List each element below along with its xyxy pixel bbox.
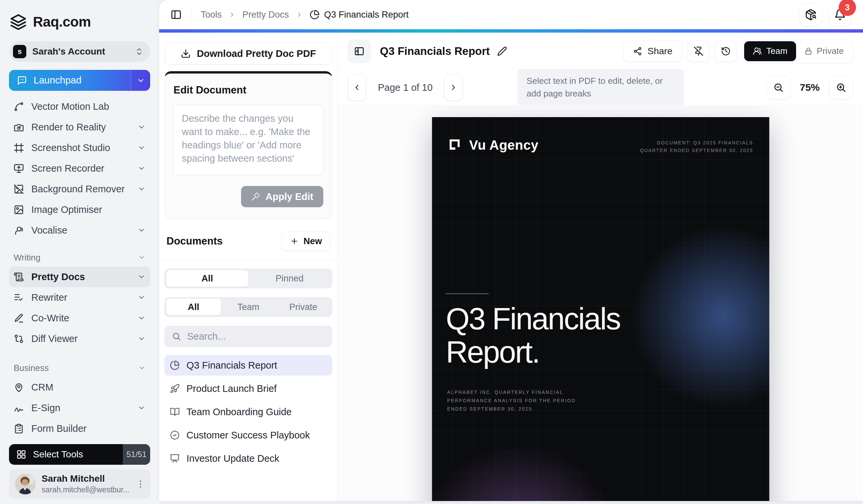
- topbar-actions: 3: [799, 3, 852, 26]
- pdf-page[interactable]: Vu Agency DOCUMENT: Q3 2025 FINANCIALS Q…: [432, 117, 769, 501]
- chevron-down-icon: [138, 144, 146, 152]
- brand: Raq.com: [9, 13, 150, 31]
- edit-document-title: Edit Document: [174, 84, 323, 96]
- pdf-subtitle-line1: ALPHABET INC. QUARTERLY FINANCIAL: [447, 388, 576, 397]
- nav-label: Diff Viewer: [31, 333, 78, 344]
- sidebar-item-image-optimiser[interactable]: Image Optimiser: [9, 199, 150, 220]
- breadcrumb-pretty-docs[interactable]: Pretty Docs: [242, 10, 289, 20]
- divider: [191, 8, 191, 21]
- sidebar-item-rewriter[interactable]: Rewriter: [9, 287, 150, 308]
- frame-icon: [14, 143, 24, 153]
- tab-all[interactable]: All: [166, 270, 248, 287]
- visibility-private-button[interactable]: Private: [796, 41, 852, 61]
- visibility-toggle: Team Private: [742, 39, 854, 63]
- tab-scope-private[interactable]: Private: [276, 299, 330, 315]
- tab-scope-team[interactable]: Team: [221, 299, 276, 315]
- list-item-investor-update-deck[interactable]: Investor Update Deck: [164, 448, 332, 469]
- unpin-button[interactable]: [688, 40, 710, 62]
- list-checks-icon: [14, 293, 24, 303]
- account-switcher[interactable]: s Sarah's Account: [9, 41, 150, 62]
- more-vertical-icon[interactable]: [136, 479, 146, 489]
- user-card[interactable]: Sarah Mitchell sarah.mitchell@westbur...: [9, 469, 150, 499]
- sidebar-item-render-to-reality[interactable]: Render to Reality: [9, 117, 150, 138]
- pencil-icon[interactable]: [497, 46, 507, 56]
- share-button[interactable]: Share: [623, 40, 682, 62]
- tab-pinned[interactable]: Pinned: [248, 270, 330, 287]
- new-label: New: [303, 236, 322, 246]
- select-tools-main[interactable]: Select Tools: [9, 444, 123, 465]
- launchpad-label: Launchpad: [34, 75, 82, 86]
- camera-rotate-icon: [14, 122, 24, 132]
- visibility-team-button[interactable]: Team: [744, 41, 797, 61]
- zoom-out-button[interactable]: [766, 76, 790, 100]
- nav-label: Screenshot Studio: [31, 142, 110, 153]
- sidebar-item-screenshot-studio[interactable]: Screenshot Studio: [9, 138, 150, 158]
- account-label: Sarah's Account: [32, 46, 129, 57]
- private-label: Private: [817, 46, 844, 56]
- next-page-button[interactable]: [445, 75, 462, 101]
- sidebar: Raq.com s Sarah's Account Launchpad Vect…: [0, 0, 159, 504]
- list-item-customer-success-playbook[interactable]: Customer Success Playbook: [164, 425, 332, 445]
- pdf-subtitle-line2: PERFORMANCE ANALYSIS FOR THE PERIOD: [447, 397, 576, 405]
- zoom-in-icon: [836, 82, 846, 93]
- team-label: Team: [766, 46, 788, 56]
- pdf-title-line2: Report.: [446, 335, 620, 369]
- new-document-button[interactable]: New: [282, 232, 330, 251]
- section-writing[interactable]: Writing: [9, 248, 150, 267]
- sidebar-item-diff-viewer[interactable]: Diff Viewer: [9, 328, 150, 349]
- sidebar-item-e-sign[interactable]: E-Sign: [9, 398, 150, 418]
- edit-instructions-input[interactable]: [174, 105, 323, 175]
- share-label: Share: [648, 46, 673, 56]
- package-search-button[interactable]: [799, 3, 822, 26]
- list-item-product-launch-brief[interactable]: Product Launch Brief: [164, 378, 332, 399]
- sidebar-item-co-write[interactable]: Co-Write: [9, 308, 150, 328]
- zoom-in-button[interactable]: [829, 76, 853, 100]
- download-pdf-button[interactable]: Download Pretty Doc PDF: [164, 42, 332, 65]
- list-item-team-onboarding-guide[interactable]: Team Onboarding Guide: [164, 402, 332, 422]
- sidebar-toggle-icon[interactable]: [171, 9, 182, 20]
- notification-badge: 3: [839, 0, 856, 16]
- user-email: sarah.mitchell@westbur...: [42, 486, 129, 494]
- documents-header: Documents New: [164, 232, 332, 251]
- pdf-brand: Vu Agency: [447, 137, 538, 153]
- sidebar-item-background-remover[interactable]: Background Remover: [9, 179, 150, 199]
- notifications-button[interactable]: 3: [828, 3, 852, 26]
- search-input[interactable]: [186, 331, 325, 342]
- launchpad-expand-button[interactable]: [131, 70, 150, 91]
- breadcrumb-tools[interactable]: Tools: [201, 10, 222, 20]
- sidebar-item-crm[interactable]: CRM: [9, 377, 150, 398]
- apply-row: Apply Edit: [174, 186, 323, 207]
- sidebar-item-form-builder[interactable]: Form Builder: [9, 418, 150, 439]
- layout-grid-icon: [16, 450, 26, 460]
- list-item-q3-financials-report[interactable]: Q3 Financials Report: [164, 355, 332, 376]
- doc-label: Product Launch Brief: [186, 383, 277, 394]
- section-business[interactable]: Business: [9, 359, 150, 377]
- launchpad-main[interactable]: Launchpad: [9, 70, 131, 91]
- apply-edit-button[interactable]: Apply Edit: [241, 186, 323, 207]
- sidebar-item-vector-motion-lab[interactable]: Vector Motion Lab: [9, 96, 150, 117]
- chevrons-up-down-icon: [135, 47, 143, 56]
- select-tools-button[interactable]: Select Tools 51/51: [9, 444, 150, 465]
- sidebar-item-pretty-docs[interactable]: Pretty Docs: [9, 267, 150, 287]
- pdf-brand-name: Vu Agency: [469, 138, 538, 153]
- presentation-icon: [170, 453, 180, 463]
- nav-label: Pretty Docs: [31, 271, 85, 282]
- collapse-panel-button[interactable]: [347, 39, 371, 63]
- accent-gradient-bar: [159, 29, 863, 33]
- badge-check-icon: [170, 430, 180, 440]
- page-navigation: Page 1 of 10 Select text in PDF to edit,…: [338, 70, 863, 105]
- version-history-button[interactable]: [715, 40, 737, 62]
- chevron-down-icon: [138, 123, 146, 131]
- download-label: Download Pretty Doc PDF: [197, 48, 316, 59]
- users-icon: [753, 47, 762, 55]
- previous-page-button[interactable]: [348, 75, 366, 101]
- sidebar-item-screen-recorder[interactable]: Screen Recorder: [9, 158, 150, 179]
- spline-icon: [14, 102, 24, 112]
- lock-icon: [804, 47, 813, 55]
- launchpad-button[interactable]: Launchpad: [9, 70, 150, 91]
- chevron-down-icon: [138, 335, 146, 343]
- doc-label: Investor Update Deck: [186, 453, 279, 464]
- tab-scope-all[interactable]: All: [166, 299, 221, 315]
- sidebar-item-vocalise[interactable]: Vocalise: [9, 220, 150, 241]
- nav-label: Co-Write: [31, 313, 69, 324]
